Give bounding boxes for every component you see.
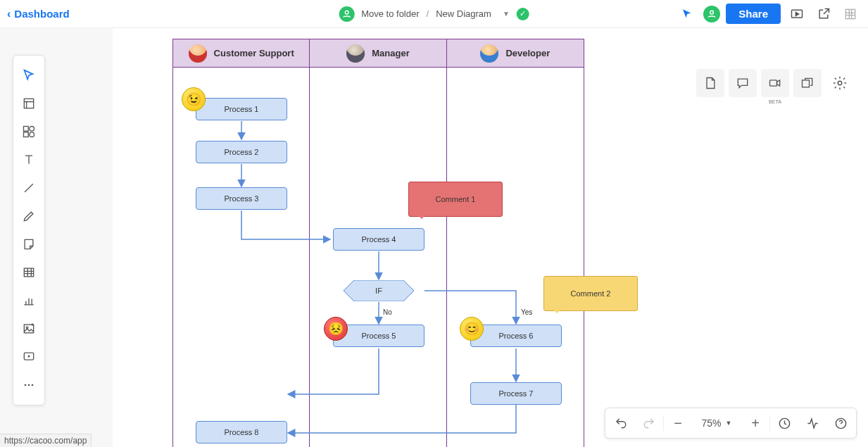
node-label: Process 8: [225, 428, 259, 436]
more-tools[interactable]: [15, 372, 42, 398]
edge-label-no: No: [383, 308, 392, 316]
svg-point-8: [30, 132, 34, 137]
chevron-left-icon: ‹: [7, 8, 11, 20]
edge-label-yes: Yes: [521, 308, 532, 316]
svg-rect-4: [24, 99, 33, 108]
present-icon[interactable]: [786, 4, 807, 25]
history-button[interactable]: [770, 410, 798, 436]
process-8-node[interactable]: Process 8: [196, 421, 287, 443]
select-tool[interactable]: [15, 62, 42, 89]
page-properties-button[interactable]: [696, 69, 724, 97]
right-toolbar: BETA: [696, 69, 854, 97]
svg-point-18: [838, 81, 842, 85]
svg-point-14: [28, 384, 30, 386]
node-label: Process 6: [499, 332, 534, 340]
text-tool[interactable]: [15, 146, 42, 173]
current-user-avatar[interactable]: [703, 6, 720, 23]
diagram-canvas[interactable]: BETA Customer Support Manager Developer: [113, 28, 868, 447]
svg-point-0: [345, 11, 348, 14]
dashboard-link[interactable]: ‹ Dashboard: [7, 8, 70, 20]
settings-button[interactable]: [826, 69, 854, 97]
svg-rect-10: [24, 325, 33, 333]
table-tool[interactable]: [15, 259, 42, 286]
undo-button[interactable]: [607, 410, 635, 436]
lane-header-customer-support[interactable]: Customer Support: [173, 39, 310, 67]
diagram-menu-caret-icon[interactable]: ▼: [503, 10, 510, 18]
svg-point-6: [30, 127, 34, 132]
persona-developer-icon: [480, 44, 498, 63]
bottom-toolbar: − 75% ▼ +: [605, 408, 857, 439]
frames-panel-button[interactable]: [793, 69, 822, 97]
lane-header-manager[interactable]: Manager: [310, 39, 446, 67]
comment-1-node[interactable]: Comment 1: [408, 182, 503, 217]
svg-rect-7: [24, 132, 29, 137]
move-to-folder-link[interactable]: Move to folder: [361, 8, 419, 19]
node-label: Process 7: [499, 389, 534, 398]
smile-emoji-icon[interactable]: 😊: [460, 317, 484, 341]
process-4-node[interactable]: Process 4: [333, 228, 424, 251]
process-1-node[interactable]: Process 1: [196, 98, 287, 120]
diagram-name[interactable]: New Diagram: [436, 8, 491, 19]
node-label: Comment 1: [436, 195, 476, 203]
svg-point-1: [710, 11, 714, 14]
node-label: IF: [333, 280, 424, 301]
redo-button[interactable]: [635, 410, 663, 436]
saved-status-icon: ✓: [517, 8, 529, 20]
svg-rect-17: [803, 80, 810, 87]
export-icon[interactable]: [813, 4, 834, 25]
status-bar-url: https://cacoo.com/app: [0, 434, 92, 447]
comments-panel-button[interactable]: [729, 69, 757, 97]
decision-if-node[interactable]: IF: [333, 280, 424, 301]
process-7-node[interactable]: Process 7: [470, 382, 562, 405]
node-label: Process 5: [362, 332, 396, 340]
comment-2-node[interactable]: Comment 2: [543, 276, 638, 311]
sticky-note-tool[interactable]: [15, 231, 42, 258]
angry-emoji-icon[interactable]: 😣: [324, 317, 348, 341]
live-cursor-icon[interactable]: [677, 4, 698, 25]
zoom-level-dropdown[interactable]: 75% ▼: [692, 417, 741, 429]
pen-tool[interactable]: [15, 203, 42, 229]
zoom-level-label: 75%: [702, 417, 722, 429]
beta-badge: BETA: [769, 99, 781, 104]
svg-rect-3: [845, 9, 855, 18]
node-label: Process 2: [225, 148, 259, 156]
node-label: Process 3: [225, 194, 259, 203]
lane-title: Developer: [505, 48, 550, 58]
help-button[interactable]: [826, 410, 855, 436]
process-2-node[interactable]: Process 2: [196, 141, 287, 163]
share-button[interactable]: Share: [726, 4, 781, 24]
chart-tool[interactable]: [15, 287, 42, 314]
breadcrumb-separator: /: [427, 8, 429, 19]
comment-tool[interactable]: [15, 344, 42, 370]
process-6-node[interactable]: Process 6: [470, 325, 562, 347]
node-label: Process 4: [362, 235, 396, 244]
svg-rect-5: [24, 127, 29, 132]
grid-settings-icon[interactable]: [840, 4, 861, 25]
zoom-out-button[interactable]: −: [664, 410, 692, 436]
persona-support-icon: [189, 44, 207, 63]
svg-point-13: [25, 384, 27, 386]
caret-down-icon: ▼: [726, 420, 732, 427]
line-tool[interactable]: [15, 175, 42, 201]
dashboard-label: Dashboard: [14, 8, 69, 20]
breadcrumb: Move to folder / New Diagram ▼ ✓: [339, 6, 529, 22]
lane-body-customer-support[interactable]: [173, 68, 310, 447]
activity-button[interactable]: [798, 410, 826, 436]
owner-avatar-icon[interactable]: [339, 6, 354, 22]
lane-header-developer[interactable]: Developer: [447, 39, 584, 67]
template-tool[interactable]: [15, 90, 42, 117]
shapes-tool[interactable]: [15, 118, 42, 145]
zoom-in-button[interactable]: +: [741, 410, 769, 436]
lane-title: Manager: [372, 48, 409, 58]
wink-emoji-icon[interactable]: 😉: [182, 87, 206, 111]
lane-title: Customer Support: [214, 48, 294, 58]
lane-body-manager[interactable]: [310, 68, 446, 447]
node-label: Process 1: [225, 105, 259, 113]
left-toolbar: [13, 55, 45, 405]
svg-point-15: [32, 384, 34, 386]
process-3-node[interactable]: Process 3: [196, 187, 287, 210]
persona-manager-icon: [346, 44, 365, 63]
image-tool[interactable]: [15, 315, 42, 342]
svg-rect-16: [770, 80, 777, 86]
video-chat-button[interactable]: BETA: [761, 69, 789, 97]
